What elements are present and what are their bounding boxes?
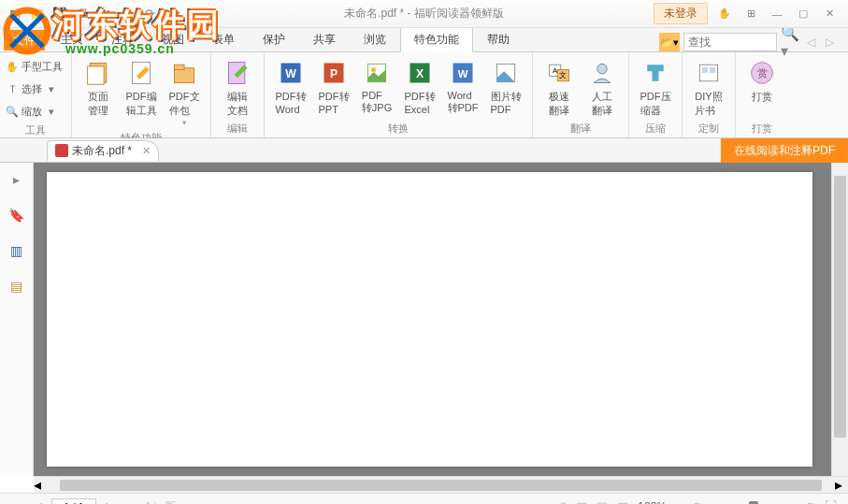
page-management-button[interactable]: 页面 管理 [78, 56, 119, 129]
view-mode-4-icon[interactable]: ▦ [617, 499, 628, 504]
pages-panel-icon[interactable]: ▥ [7, 241, 26, 260]
svg-rect-5 [175, 65, 185, 69]
zoom-in-icon[interactable]: ⊕ [805, 499, 815, 504]
brush-icon[interactable]: ✎▾ [163, 5, 181, 23]
document-tab[interactable]: 未命名.pdf * ✕ [47, 140, 159, 161]
undo-icon[interactable]: ↶ [118, 5, 137, 23]
expand-sidebar-icon[interactable]: ▸ [7, 170, 26, 189]
horizontal-scroll-thumb[interactable] [60, 480, 822, 491]
view-mode-1-icon[interactable]: ▯ [560, 499, 567, 504]
svg-text:W: W [458, 68, 468, 79]
hand-tool[interactable]: ✋手型工具 [6, 56, 65, 77]
save-icon[interactable]: 💾 [50, 5, 69, 23]
minimize-icon[interactable]: — [768, 6, 786, 22]
maximize-icon[interactable]: ▢ [794, 6, 812, 22]
svg-text:W: W [285, 67, 296, 80]
close-icon[interactable]: ✕ [820, 6, 839, 22]
online-annotate-button[interactable]: 在线阅读和注释PDF [721, 138, 848, 163]
reward-icon: 赏 [747, 58, 777, 88]
search-folder-icon[interactable]: 📂▾ [659, 33, 680, 51]
page-number-input[interactable] [51, 498, 96, 505]
pdf-to-word-button[interactable]: WPDF转 Word [270, 56, 311, 120]
expand-icon[interactable]: ⇱ [165, 499, 176, 504]
pdf-to-jpg-button[interactable]: PDF 转JPG [356, 56, 397, 120]
tab-help[interactable]: 帮助 [473, 27, 524, 51]
vertical-scrollbar[interactable] [831, 163, 848, 476]
collapse-icon[interactable]: ⇲ [146, 499, 156, 504]
next-result-icon[interactable]: ▷ [822, 36, 837, 49]
next-page-icon[interactable]: ▶ [106, 499, 115, 504]
tab-share[interactable]: 共享 [299, 27, 350, 51]
tab-view[interactable]: 视图 [148, 27, 198, 51]
prev-page-icon[interactable]: ◀ [33, 499, 42, 504]
pdf-to-ppt-button[interactable]: PPDF转 PPT [313, 56, 354, 120]
zoom-tool[interactable]: 🔍缩放▾ [6, 101, 65, 122]
view-mode-2-icon[interactable]: ▥ [576, 499, 587, 504]
img-to-pdf-button[interactable]: 图片转 PDF [485, 56, 526, 120]
print-icon[interactable]: 🖶 [73, 5, 92, 23]
ribbon-group-custom: DIY照 片书 定制 [683, 52, 736, 137]
search-icon[interactable]: 🔍▾ [781, 33, 799, 51]
group-label-convert: 转换 [270, 120, 526, 137]
zoom-level: 100% [638, 500, 667, 505]
comments-panel-icon[interactable]: ▤ [7, 277, 26, 295]
last-page-icon[interactable]: ⏭ [124, 499, 137, 504]
group-label-tools: 工具 [6, 122, 65, 139]
first-page-icon[interactable]: ⏮ [11, 499, 23, 504]
grid-icon[interactable]: ⊞ [741, 6, 760, 22]
vertical-scroll-thumb[interactable] [834, 176, 846, 438]
tab-comment[interactable]: 注释 [97, 27, 148, 51]
file-tab[interactable]: 文件 [4, 30, 45, 50]
select-tool[interactable]: Ｔ选择▾ [6, 79, 65, 99]
jpg-icon [362, 58, 392, 88]
fast-translate-button[interactable]: A文极速 翻译 [539, 56, 580, 120]
zoom-out-icon[interactable]: ⊖ [692, 499, 702, 504]
document-tab-label: 未命名.pdf * [72, 143, 132, 159]
group-label-edit: 编辑 [217, 120, 258, 137]
pdf-edit-tool-button[interactable]: PDF编 辑工具 [121, 56, 162, 129]
svg-rect-2 [88, 66, 105, 84]
tab-browse[interactable]: 浏览 [350, 27, 400, 51]
email-icon[interactable]: ✉ [95, 5, 114, 23]
tab-form[interactable]: 表单 [198, 27, 249, 51]
search-input[interactable] [683, 33, 777, 51]
zoom-slider-thumb[interactable] [749, 501, 758, 505]
ribbon-group-feature: 页面 管理 PDF编 辑工具 PDF文 件包▾ 特色功能 [72, 52, 211, 137]
main-area: ▸ 🔖 ▥ ▤ [0, 163, 848, 476]
pdf-page[interactable] [47, 172, 812, 467]
group-label-reward: 打赏 [741, 120, 783, 137]
login-button[interactable]: 未登录 [654, 3, 708, 24]
hand-tool-icon[interactable]: ✋ [715, 6, 734, 22]
horizontal-scrollbar[interactable]: ◂ ▸ [34, 476, 848, 493]
qat-dropdown-icon[interactable]: ▾ [185, 5, 204, 23]
window-title: 未命名.pdf * - 福昕阅读器领鲜版 [344, 6, 504, 22]
svg-point-22 [597, 64, 608, 74]
fullscreen-icon[interactable]: ⛶ [825, 499, 837, 504]
compress-button[interactable]: PDF压 缩器 [635, 56, 676, 120]
bookmarks-icon[interactable]: 🔖 [7, 206, 26, 224]
diy-button[interactable]: DIY照 片书 [688, 56, 729, 120]
pdf-file-icon [55, 144, 68, 157]
tab-home[interactable]: 主页 [47, 27, 97, 51]
redo-icon[interactable]: ↷ [140, 5, 159, 23]
view-mode-3-icon[interactable]: ▤ [596, 499, 608, 504]
svg-rect-24 [702, 67, 708, 73]
zoom-dropdown-icon[interactable]: ▾ [676, 499, 683, 504]
open-icon[interactable]: 📁 [28, 5, 47, 23]
reward-button[interactable]: 赏打赏 [741, 56, 783, 120]
tab-feature[interactable]: 特色功能 [400, 27, 473, 52]
human-translate-button[interactable]: 人工 翻译 [582, 56, 623, 120]
svg-rect-4 [175, 68, 194, 83]
word-to-pdf-icon: W [448, 58, 478, 88]
word-to-pdf-button[interactable]: WWord 转PDF [442, 56, 483, 120]
pdf-to-excel-button[interactable]: XPDF转 Excel [399, 56, 440, 120]
prev-result-icon[interactable]: ◁ [803, 36, 818, 49]
edit-doc-button[interactable]: 编辑 文档 [217, 56, 258, 120]
tab-protect[interactable]: 保护 [249, 27, 299, 51]
svg-text:赏: 赏 [757, 67, 768, 79]
pdf-package-button[interactable]: PDF文 件包▾ [164, 56, 205, 129]
close-tab-icon[interactable]: ✕ [142, 145, 151, 157]
svg-text:X: X [416, 67, 424, 80]
ribbon-group-translate: A文极速 翻译 人工 翻译 翻译 [533, 52, 629, 137]
ribbon-group-compress: PDF压 缩器 压缩 [629, 52, 683, 137]
